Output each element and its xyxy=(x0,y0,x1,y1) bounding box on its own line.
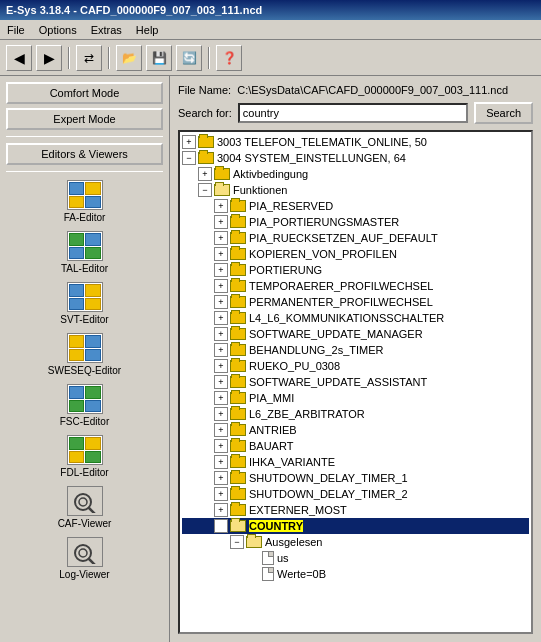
tree-node-node-shutdown-2[interactable]: SHUTDOWN_DELAY_TIMER_2 xyxy=(182,486,529,502)
back-button[interactable]: ◀ xyxy=(6,45,32,71)
tree-node-node-pia-mmi[interactable]: PIA_MMI xyxy=(182,390,529,406)
expert-mode-button[interactable]: Expert Mode xyxy=(6,108,163,130)
tree-expander[interactable] xyxy=(214,215,228,229)
tree-expander[interactable] xyxy=(214,439,228,453)
tree-expander[interactable] xyxy=(214,375,228,389)
tree-node-node-werte-0b[interactable]: Werte=0B xyxy=(182,566,529,582)
tree-indent xyxy=(198,374,214,390)
search-button[interactable]: Search xyxy=(474,102,533,124)
tree-indent xyxy=(182,534,198,550)
tree-expander[interactable] xyxy=(214,247,228,261)
sidebar-item-tal-editor[interactable]: TAL-Editor xyxy=(6,229,163,276)
help-button[interactable]: ❓ xyxy=(216,45,242,71)
tree-node-node-aktivbedingung[interactable]: Aktivbedingung xyxy=(182,166,529,182)
tree-expander[interactable] xyxy=(214,359,228,373)
sidebar-item-log-viewer[interactable]: Log-Viewer xyxy=(6,535,163,582)
tree-indent xyxy=(182,486,198,502)
content-area: File Name: C:\ESysData\CAF\CAFD_000000F9… xyxy=(170,76,541,642)
tree-expander[interactable] xyxy=(214,343,228,357)
svt-editor-icon xyxy=(67,282,103,312)
editors-viewers-button[interactable]: Editors & Viewers xyxy=(6,143,163,165)
caf-viewer-label: CAF-Viewer xyxy=(58,518,112,529)
save-button[interactable]: 💾 xyxy=(146,45,172,71)
tree-node-node-portierung[interactable]: PORTIERUNG xyxy=(182,262,529,278)
menu-help[interactable]: Help xyxy=(133,23,162,37)
search-input[interactable] xyxy=(238,103,468,123)
tree-node-node-kopieren[interactable]: KOPIEREN_VON_PROFILEN xyxy=(182,246,529,262)
tree-expander[interactable] xyxy=(214,311,228,325)
tree-expander[interactable] xyxy=(214,391,228,405)
tree-indent xyxy=(198,310,214,326)
tree-expander[interactable] xyxy=(214,487,228,501)
tree-expander[interactable] xyxy=(182,135,196,149)
switch-button[interactable]: ⇄ xyxy=(76,45,102,71)
sidebar-item-fdl-editor[interactable]: FDL-Editor xyxy=(6,433,163,480)
menu-extras[interactable]: Extras xyxy=(88,23,125,37)
tree-node-node-3003[interactable]: 3003 TELEFON_TELEMATIK_ONLINE, 50 xyxy=(182,134,529,150)
tree-node-node-country[interactable]: COUNTRY xyxy=(182,518,529,534)
refresh-button[interactable]: 🔄 xyxy=(176,45,202,71)
tree-node-text: Werte=0B xyxy=(277,568,326,580)
tree-node-node-behandlung[interactable]: BEHANDLUNG_2s_TIMER xyxy=(182,342,529,358)
tree-indent xyxy=(214,534,230,550)
tree-node-node-3004[interactable]: 3004 SYSTEM_EINSTELLUNGEN, 64 xyxy=(182,150,529,166)
tree-expander[interactable] xyxy=(214,295,228,309)
tree-indent xyxy=(182,182,198,198)
menu-options[interactable]: Options xyxy=(36,23,80,37)
tree-node-node-pia-portierungsmaster[interactable]: PIA_PORTIERUNGSMASTER xyxy=(182,214,529,230)
tree-expander[interactable] xyxy=(214,263,228,277)
tree-indent xyxy=(182,374,198,390)
sidebar-item-fa-editor[interactable]: FA-Editor xyxy=(6,178,163,225)
tree-expander[interactable] xyxy=(214,279,228,293)
tree-node-text: 3004 SYSTEM_EINSTELLUNGEN, 64 xyxy=(217,152,406,164)
tree-node-node-bauart[interactable]: BAUART xyxy=(182,438,529,454)
tree-expander[interactable] xyxy=(214,519,228,533)
tree-expander[interactable] xyxy=(214,503,228,517)
tree-indent xyxy=(198,246,214,262)
tree-indent xyxy=(182,550,198,566)
tree-expander[interactable] xyxy=(214,423,228,437)
log-viewer-icon xyxy=(67,537,103,567)
search-row: Search for: Search xyxy=(178,102,533,124)
tree-expander[interactable] xyxy=(214,231,228,245)
menu-file[interactable]: File xyxy=(4,23,28,37)
tree-node-node-permanenter[interactable]: PERMANENTER_PROFILWECHSEL xyxy=(182,294,529,310)
tree-node-node-software-update-assistant[interactable]: SOFTWARE_UPDATE_ASSISTANT xyxy=(182,374,529,390)
open-button[interactable]: 📂 xyxy=(116,45,142,71)
tree-expander[interactable] xyxy=(198,167,212,181)
tree-expander[interactable] xyxy=(214,407,228,421)
tree-node-node-software-update-manager[interactable]: SOFTWARE_UPDATE_MANAGER xyxy=(182,326,529,342)
tree-container[interactable]: 3003 TELEFON_TELEMATIK_ONLINE, 503004 SY… xyxy=(178,130,533,634)
tree-node-node-rueko[interactable]: RUEKO_PU_0308 xyxy=(182,358,529,374)
tree-node-node-temporaerer[interactable]: TEMPORAERER_PROFILWECHSEL xyxy=(182,278,529,294)
tree-indent xyxy=(198,454,214,470)
tree-expander[interactable] xyxy=(214,327,228,341)
tree-node-node-funktionen[interactable]: Funktionen xyxy=(182,182,529,198)
tree-expander[interactable] xyxy=(214,455,228,469)
tree-node-node-antrieb[interactable]: ANTRIEB xyxy=(182,422,529,438)
tree-expander[interactable] xyxy=(198,183,212,197)
folder-icon xyxy=(198,136,214,148)
tree-node-node-ihka-variante[interactable]: IHKA_VARIANTE xyxy=(182,454,529,470)
sidebar-item-fsc-editor[interactable]: FSC-Editor xyxy=(6,382,163,429)
tree-node-node-l4-l6[interactable]: L4_L6_KOMMUNIKATIONSSCHALTER xyxy=(182,310,529,326)
tree-node-node-ausgelesen[interactable]: Ausgelesen xyxy=(182,534,529,550)
folder-icon xyxy=(230,376,246,388)
tree-node-node-pia-ruecksetzen[interactable]: PIA_RUECKSETZEN_AUF_DEFAULT xyxy=(182,230,529,246)
tree-node-node-l6-zbe[interactable]: L6_ZBE_ARBITRATOR xyxy=(182,406,529,422)
sidebar-item-caf-viewer[interactable]: CAF-Viewer xyxy=(6,484,163,531)
tree-node-node-shutdown-1[interactable]: SHUTDOWN_DELAY_TIMER_1 xyxy=(182,470,529,486)
tree-expander[interactable] xyxy=(214,199,228,213)
sidebar-item-svt-editor[interactable]: SVT-Editor xyxy=(6,280,163,327)
fdl-editor-icon xyxy=(67,435,103,465)
tree-node-node-us[interactable]: us xyxy=(182,550,529,566)
tree-node-node-pia-reserved[interactable]: PIA_RESERVED xyxy=(182,198,529,214)
tree-expander[interactable] xyxy=(214,471,228,485)
forward-button[interactable]: ▶ xyxy=(36,45,62,71)
tree-expander[interactable] xyxy=(230,535,244,549)
comfort-mode-button[interactable]: Comfort Mode xyxy=(6,82,163,104)
tree-node-node-externer-most[interactable]: EXTERNER_MOST xyxy=(182,502,529,518)
tree-expander[interactable] xyxy=(182,151,196,165)
sidebar-item-sweseq-editor[interactable]: SWESEQ-Editor xyxy=(6,331,163,378)
menu-bar: File Options Extras Help xyxy=(0,20,541,40)
